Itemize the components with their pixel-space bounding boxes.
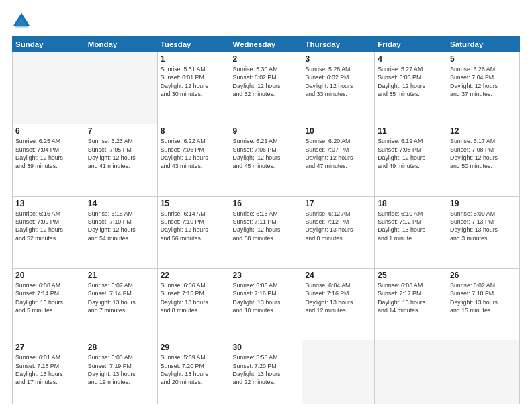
col-header-thursday: Thursday [302,37,375,52]
day-info: Sunrise: 6:01 AM Sunset: 7:18 PM Dayligh… [15,353,82,386]
calendar-week-row: 1Sunrise: 5:31 AM Sunset: 6:01 PM Daylig… [13,52,520,124]
calendar-cell: 20Sunrise: 6:08 AM Sunset: 7:14 PM Dayli… [13,269,85,340]
calendar-cell: 23Sunrise: 6:05 AM Sunset: 7:16 PM Dayli… [230,269,302,340]
calendar-week-row: 27Sunrise: 6:01 AM Sunset: 7:18 PM Dayli… [13,340,520,404]
day-info: Sunrise: 6:26 AM Sunset: 7:04 PM Dayligh… [450,65,517,98]
day-info: Sunrise: 6:22 AM Sunset: 7:06 PM Dayligh… [161,137,227,170]
calendar-cell: 29Sunrise: 5:59 AM Sunset: 7:20 PM Dayli… [157,340,230,404]
calendar-cell: 10Sunrise: 6:20 AM Sunset: 7:07 PM Dayli… [302,124,375,196]
day-number: 15 [161,199,227,208]
day-number: 8 [161,126,227,136]
day-number: 18 [378,199,444,208]
calendar-cell: 14Sunrise: 6:15 AM Sunset: 7:10 PM Dayli… [85,196,157,268]
day-number: 7 [88,126,154,136]
header [12,12,520,31]
calendar-cell: 2Sunrise: 5:30 AM Sunset: 6:02 PM Daylig… [230,52,302,124]
day-info: Sunrise: 6:04 AM Sunset: 7:16 PM Dayligh… [305,281,371,314]
calendar-cell [302,340,375,404]
logo-icon [12,12,31,31]
calendar-cell: 11Sunrise: 6:19 AM Sunset: 7:08 PM Dayli… [375,124,447,196]
calendar-cell: 6Sunrise: 6:25 AM Sunset: 7:04 PM Daylig… [13,124,85,196]
day-info: Sunrise: 6:09 AM Sunset: 7:13 PM Dayligh… [450,210,517,242]
day-number: 30 [233,342,300,352]
calendar-cell: 3Sunrise: 5:28 AM Sunset: 6:02 PM Daylig… [302,52,375,124]
day-number: 2 [233,54,300,64]
col-header-saturday: Saturday [447,37,520,52]
day-info: Sunrise: 6:19 AM Sunset: 7:08 PM Dayligh… [378,137,444,170]
calendar-cell [447,340,520,404]
day-number: 17 [305,199,371,208]
col-header-friday: Friday [375,37,447,52]
day-info: Sunrise: 6:25 AM Sunset: 7:04 PM Dayligh… [15,137,82,170]
calendar-cell [85,52,157,124]
col-header-sunday: Sunday [13,37,85,52]
calendar-cell [375,340,447,404]
day-number: 29 [161,342,227,352]
day-number: 12 [450,126,517,136]
day-info: Sunrise: 5:59 AM Sunset: 7:20 PM Dayligh… [161,353,227,386]
calendar-cell: 22Sunrise: 6:06 AM Sunset: 7:15 PM Dayli… [157,269,230,340]
col-header-monday: Monday [85,37,157,52]
day-number: 24 [305,271,371,280]
day-number: 20 [15,271,82,280]
day-info: Sunrise: 6:05 AM Sunset: 7:16 PM Dayligh… [233,281,300,314]
calendar-cell: 13Sunrise: 6:16 AM Sunset: 7:09 PM Dayli… [13,196,85,268]
day-number: 22 [161,271,227,280]
day-number: 11 [378,126,444,136]
col-header-tuesday: Tuesday [157,37,230,52]
day-info: Sunrise: 6:23 AM Sunset: 7:05 PM Dayligh… [88,137,154,170]
calendar-week-row: 20Sunrise: 6:08 AM Sunset: 7:14 PM Dayli… [13,269,520,340]
calendar-cell: 7Sunrise: 6:23 AM Sunset: 7:05 PM Daylig… [85,124,157,196]
day-number: 5 [450,54,517,64]
day-number: 26 [450,271,517,280]
day-info: Sunrise: 6:13 AM Sunset: 7:11 PM Dayligh… [233,210,300,242]
day-number: 4 [378,54,444,64]
calendar-cell: 17Sunrise: 6:12 AM Sunset: 7:12 PM Dayli… [302,196,375,268]
day-number: 9 [233,126,300,136]
day-info: Sunrise: 6:03 AM Sunset: 7:17 PM Dayligh… [378,281,444,314]
calendar-cell: 1Sunrise: 5:31 AM Sunset: 6:01 PM Daylig… [157,52,230,124]
day-info: Sunrise: 6:08 AM Sunset: 7:14 PM Dayligh… [15,281,82,314]
day-number: 27 [15,342,82,352]
calendar-cell: 9Sunrise: 6:21 AM Sunset: 7:06 PM Daylig… [230,124,302,196]
day-info: Sunrise: 5:31 AM Sunset: 6:01 PM Dayligh… [161,65,227,98]
logo [12,12,34,31]
calendar-cell: 24Sunrise: 6:04 AM Sunset: 7:16 PM Dayli… [302,269,375,340]
calendar-cell: 28Sunrise: 6:00 AM Sunset: 7:19 PM Dayli… [85,340,157,404]
day-info: Sunrise: 6:16 AM Sunset: 7:09 PM Dayligh… [15,210,82,242]
day-info: Sunrise: 6:14 AM Sunset: 7:10 PM Dayligh… [161,210,227,242]
day-number: 16 [233,199,300,208]
col-header-wednesday: Wednesday [230,37,302,52]
day-info: Sunrise: 6:17 AM Sunset: 7:08 PM Dayligh… [450,137,517,170]
day-info: Sunrise: 6:15 AM Sunset: 7:10 PM Dayligh… [88,210,154,242]
day-info: Sunrise: 6:12 AM Sunset: 7:12 PM Dayligh… [305,210,371,242]
calendar-cell: 5Sunrise: 6:26 AM Sunset: 7:04 PM Daylig… [447,52,520,124]
calendar-cell: 30Sunrise: 5:58 AM Sunset: 7:20 PM Dayli… [230,340,302,404]
day-info: Sunrise: 5:58 AM Sunset: 7:20 PM Dayligh… [233,353,300,386]
day-number: 1 [161,54,227,64]
calendar-cell: 4Sunrise: 5:27 AM Sunset: 6:03 PM Daylig… [375,52,447,124]
day-info: Sunrise: 6:07 AM Sunset: 7:14 PM Dayligh… [88,281,154,314]
day-info: Sunrise: 6:20 AM Sunset: 7:07 PM Dayligh… [305,137,371,170]
day-number: 19 [450,199,517,208]
day-info: Sunrise: 6:02 AM Sunset: 7:18 PM Dayligh… [450,281,517,314]
day-info: Sunrise: 5:27 AM Sunset: 6:03 PM Dayligh… [378,65,444,98]
day-number: 23 [233,271,300,280]
calendar-cell: 15Sunrise: 6:14 AM Sunset: 7:10 PM Dayli… [157,196,230,268]
calendar-cell: 27Sunrise: 6:01 AM Sunset: 7:18 PM Dayli… [13,340,85,404]
calendar-cell: 21Sunrise: 6:07 AM Sunset: 7:14 PM Dayli… [85,269,157,340]
day-number: 28 [88,342,154,352]
day-number: 6 [15,126,82,136]
day-info: Sunrise: 5:30 AM Sunset: 6:02 PM Dayligh… [233,65,300,98]
day-number: 25 [378,271,444,280]
calendar-week-row: 13Sunrise: 6:16 AM Sunset: 7:09 PM Dayli… [13,196,520,268]
day-number: 13 [15,199,82,208]
day-info: Sunrise: 6:21 AM Sunset: 7:06 PM Dayligh… [233,137,300,170]
calendar-cell: 25Sunrise: 6:03 AM Sunset: 7:17 PM Dayli… [375,269,447,340]
day-info: Sunrise: 6:10 AM Sunset: 7:12 PM Dayligh… [378,210,444,242]
page: SundayMondayTuesdayWednesdayThursdayFrid… [0,0,532,411]
day-info: Sunrise: 6:06 AM Sunset: 7:15 PM Dayligh… [161,281,227,314]
day-number: 10 [305,126,371,136]
calendar-table: SundayMondayTuesdayWednesdayThursdayFrid… [12,36,520,404]
calendar-cell [13,52,85,124]
